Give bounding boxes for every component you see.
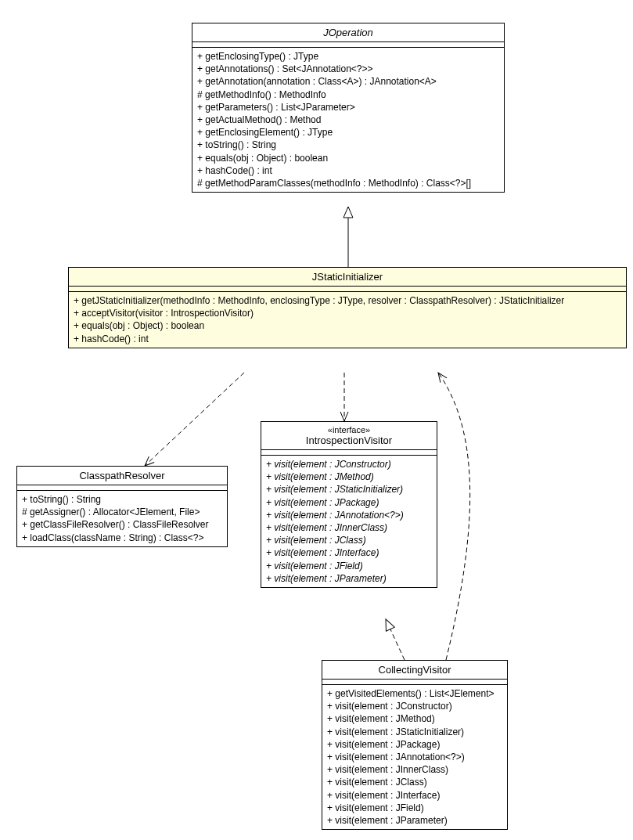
class-jstaticinitializer: JStaticInitializer + getJStaticInitializ… [68,267,627,348]
operation-line: + visit(element : JParameter) [266,572,432,585]
operation-line: + getJStaticInitializer(methodInfo : Met… [74,294,621,307]
operation-line: + visit(element : JField) [327,802,502,814]
operation-line: + visit(element : JField) [266,560,432,572]
stereotype: «interface» [268,425,430,434]
ops-compartment: + getVisitedElements() : List<JElement>+… [322,685,507,829]
operation-line: + loadClass(className : String) : Class<… [22,532,222,544]
name-text: IntrospectionVisitor [268,434,430,446]
attrs-compartment [192,42,504,48]
operation-line: + visit(element : JMethod) [266,470,432,483]
operation-line: + visit(element : JInterface) [266,546,432,559]
attrs-compartment [69,287,626,292]
operation-line: + toString() : String [197,139,499,151]
operation-line: + visit(element : JInnerClass) [327,763,502,776]
operation-line: + getEnclosingType() : JType [197,50,499,63]
operation-line: + equals(obj : Object) : boolean [197,152,499,164]
svg-line-3 [386,619,405,660]
ops-compartment: + getEnclosingType() : JType+ getAnnotat… [192,48,504,192]
operation-line: # getMethodInfo() : MethodInfo [197,88,499,101]
operation-line: + visit(element : JClass) [327,776,502,788]
operation-line: + visit(element : JStaticInitializer) [327,726,502,738]
operation-line: # getAssigner() : Allocator<JElement, Fi… [22,506,222,518]
operation-line: + toString() : String [22,493,222,506]
operation-line: + visit(element : JParameter) [327,814,502,827]
svg-line-1 [145,373,244,466]
class-name: «interface» IntrospectionVisitor [261,422,437,450]
operation-line: + visit(element : JConstructor) [327,700,502,712]
operation-line: + visit(element : JPackage) [327,738,502,751]
operation-line: + visit(element : JMethod) [327,712,502,725]
operation-line: + visit(element : JPackage) [266,496,432,509]
operation-line: + getEnclosingElement() : JType [197,126,499,139]
operation-line: + hashCode() : int [197,164,499,177]
class-introspectionvisitor: «interface» IntrospectionVisitor + visit… [261,421,437,588]
operation-line: + hashCode() : int [74,333,621,345]
operation-line: + getAnnotation(annotation : Class<A>) :… [197,75,499,88]
operation-line: + acceptVisitor(visitor : IntrospectionV… [74,307,621,319]
class-collectingvisitor: CollectingVisitor + getVisitedElements()… [322,660,508,830]
ops-compartment: + toString() : String# getAssigner() : A… [17,491,227,546]
attrs-compartment [17,485,227,491]
operation-line: + visit(element : JConstructor) [266,458,432,470]
class-name: CollectingVisitor [322,661,507,680]
ops-compartment: + visit(element : JConstructor)+ visit(e… [261,456,437,587]
ops-compartment: + getJStaticInitializer(methodInfo : Met… [69,292,626,348]
operation-line: + getActualMethod() : Method [197,114,499,126]
operation-line: + getParameters() : List<JParameter> [197,101,499,114]
operation-line: + visit(element : JInnerClass) [266,521,432,534]
attrs-compartment [261,450,437,456]
operation-line: + visit(element : JInterface) [327,789,502,802]
operation-line: + visit(element : JStaticInitializer) [266,483,432,496]
operation-line: + getClassFileResolver() : ClassFileReso… [22,518,222,531]
operation-line: + equals(obj : Object) : boolean [74,319,621,332]
class-joperation: JOperation + getEnclosingType() : JType+… [192,23,505,193]
operation-line: # getMethodParamClasses(methodInfo : Met… [197,177,499,189]
class-name: ClasspathResolver [17,467,227,485]
attrs-compartment [322,680,507,685]
operation-line: + getVisitedElements() : List<JElement> [327,687,502,700]
operation-line: + visit(element : JAnnotation<?>) [266,509,432,521]
operation-line: + visit(element : JAnnotation<?>) [327,751,502,763]
operation-line: + getAnnotations() : Set<JAnnotation<?>> [197,63,499,75]
class-name: JStaticInitializer [69,268,626,287]
class-classpathresolver: ClasspathResolver + toString() : String#… [16,466,228,547]
operation-line: + visit(element : JClass) [266,534,432,546]
class-name: JOperation [192,23,504,42]
